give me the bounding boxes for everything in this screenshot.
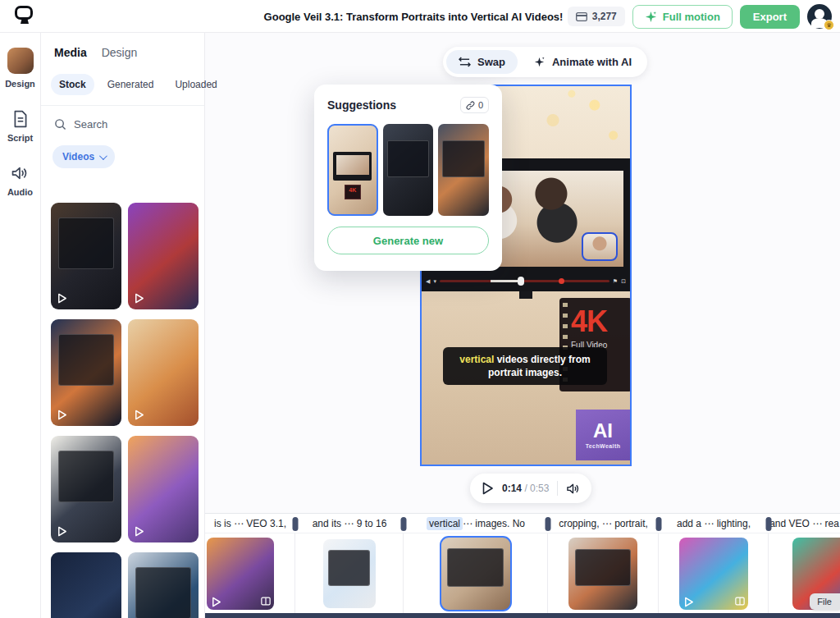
link-count: 0 [478,100,483,110]
highlighted-word: vertical [427,517,463,530]
suggestion-tv-women-4k[interactable]: 4K [327,124,378,216]
bookmark-icon: ⚑ [613,278,618,284]
timeline-text-segment-6[interactable]: and VEO ⋯ rea [769,514,840,533]
film-icon [261,597,270,606]
playback-bar: 0:14 / 0:53 [470,474,591,503]
swap-label: Swap [477,56,505,68]
clip-tv-women-4k[interactable] [441,537,511,611]
suggestion-desk-editing-warm[interactable] [438,124,489,216]
search-placeholder: Search [74,118,107,130]
play-icon [134,526,144,537]
videos-filter-dropdown[interactable]: Videos [52,145,115,168]
credits-badge[interactable]: 3,277 [568,7,625,26]
media-panel: Media Design Stock Generated Uploaded Se… [41,33,205,618]
stock-video-audio-timeline-dark[interactable] [51,552,121,618]
timecode: 0:14 / 0:53 [502,483,549,494]
link-icon [466,101,475,110]
rail-item-audio[interactable]: Audio [7,164,33,197]
rail-label-design: Design [5,79,35,89]
app-logo-icon[interactable] [15,6,34,27]
link-count-button[interactable]: 0 [460,97,489,113]
suggestion-dark-editing-suite[interactable] [383,124,434,216]
portrait-inset-picture [582,232,618,261]
stock-video-poster-wall-studio[interactable] [128,319,199,426]
filter-uploaded[interactable]: Uploaded [167,74,225,95]
timeline-clip-cell-5 [659,533,769,613]
subtitle-caption[interactable]: vertical videos directly from portrait i… [443,347,607,385]
credit-card-icon [576,12,587,21]
credits-count: 3,277 [592,11,617,22]
tab-design[interactable]: Design [102,46,138,59]
rail-item-script[interactable]: Script [7,110,33,143]
sparkle-icon [533,56,546,68]
animate-label: Animate with AI [552,56,632,68]
export-button[interactable]: Export [740,5,800,29]
chevron-down-icon [99,152,107,160]
stock-video-dark-monitor-white-room[interactable] [51,436,121,542]
segment-drag-handle[interactable] [656,517,662,531]
timeline-clip-cell-1 [205,533,295,613]
clip-cartoon-editor[interactable] [207,538,274,610]
filter-generated[interactable]: Generated [99,74,162,95]
clip-psychedelic-art[interactable] [679,538,748,610]
full-motion-button[interactable]: Full motion [632,5,733,29]
stock-video-control-room-screens[interactable] [128,552,199,618]
filter-stock[interactable]: Stock [51,74,94,95]
design-thumbnail-icon [7,48,34,74]
stock-video-night-desk-orange-monitor[interactable] [51,319,121,426]
current-time: 0:14 [502,483,522,494]
timeline-text-segment-3[interactable]: vertical ⋯ images. No [404,514,548,533]
segment-drag-handle[interactable] [766,517,772,531]
search-input[interactable]: Search [41,106,204,139]
media-grid [41,195,204,618]
stock-video-cartoon-woman-editing[interactable] [128,436,199,542]
play-button-icon[interactable] [482,482,494,495]
generate-new-button[interactable]: Generate new [327,227,489,254]
tv-player-controls: ◀ ▾ ⚑ ⊡ [426,276,626,286]
timeline-text-segment-5[interactable]: add a ⋯ lighting, [659,514,769,533]
plaque-4k-text: 4K [571,306,628,337]
stock-video-retro-robot-purple[interactable] [128,203,199,309]
segment-drag-handle[interactable] [401,517,407,531]
rail-label-script: Script [7,133,33,143]
watermark-techwealth: TechWealth [586,443,621,449]
volume-icon: ▾ [433,278,436,284]
play-icon [57,293,67,304]
film-icon [735,597,744,606]
sparkles-icon [645,11,657,23]
timeline-text-segment-4[interactable]: cropping, ⋯ portrait, [548,514,659,533]
tab-media[interactable]: Media [54,46,87,59]
timeline-text-track: is is ⋯ VEO 3.1,and its ⋯ 9 to 16vertica… [205,513,840,533]
rail-item-design[interactable]: Design [5,48,35,89]
rail-label-audio: Audio [7,187,33,197]
segment-drag-handle[interactable] [546,517,551,531]
volume-button-icon[interactable] [566,483,580,495]
suggestion-thumbnails: 4K [327,124,489,216]
search-icon [54,118,66,130]
speaker-icon [11,164,29,182]
animate-with-ai-button[interactable]: Animate with AI [521,50,644,74]
segment-drag-handle[interactable] [293,517,299,531]
play-icon [134,293,144,304]
timeline-text-segment-2[interactable]: and its ⋯ 9 to 16 [295,514,404,533]
ai-techwealth-watermark: AI TechWealth [576,410,630,460]
swap-button[interactable]: Swap [446,50,518,74]
editor-main-area: Swap Animate with AI ◀ ▾ ⚑ ⊡ [205,33,840,618]
caption-highlight-word: vertical [459,354,494,365]
user-avatar[interactable]: ♛ [807,4,832,29]
project-title[interactable]: Google Veil 3.1: Transform Portraits int… [264,11,564,23]
play-icon [57,410,67,420]
timeline-clip-track [205,533,840,613]
clip-man-on-monitor[interactable] [568,538,637,610]
timeline-clip-cell-4 [548,533,659,613]
stock-video-editing-suite-dark[interactable] [51,203,121,309]
clip-browser-mockup[interactable] [323,539,376,608]
timeline-clip-cell-2 [295,533,404,613]
timeline-text-segment-1[interactable]: is is ⋯ VEO 3.1, [205,514,295,533]
suggestions-popup: Suggestions 0 4K Generate new [314,85,502,271]
play-icon [683,597,692,606]
file-tooltip: File [810,593,840,610]
play-icon [211,597,220,606]
premium-crown-badge: ♛ [824,20,834,30]
audio-track[interactable] [205,613,840,618]
